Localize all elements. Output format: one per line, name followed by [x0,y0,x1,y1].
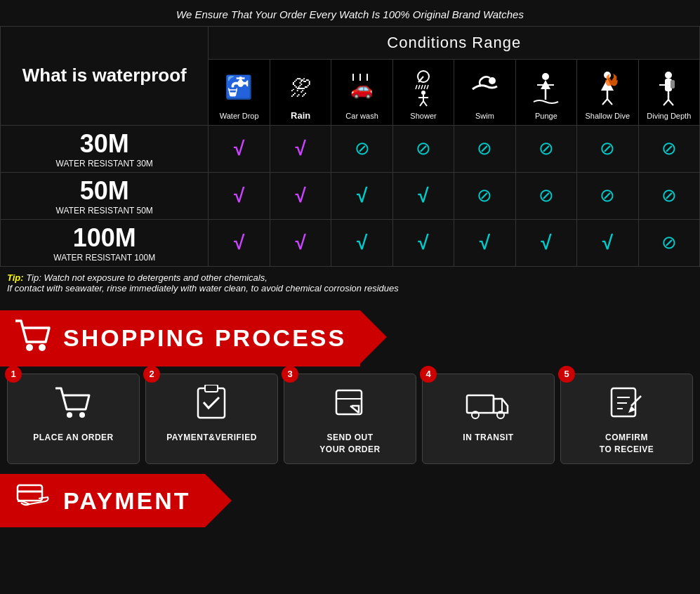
payment-red-part: PAYMENT [0,474,205,527]
row-50m-size: 50M [8,176,201,206]
cell-100m-diving-depth: ⊘ [638,219,699,266]
svg-rect-47 [336,390,362,414]
cell-50m-punge: ⊘ [515,172,576,219]
step-4-icon [428,385,548,426]
shopping-cart-icon [14,317,53,359]
col-swim: Swim [454,60,515,126]
shopping-banner: SHOPPING PROCESS [0,310,700,367]
step-3-number: 3 [282,366,298,383]
svg-rect-59 [18,485,42,501]
cell-50m-swim: ⊘ [454,172,515,219]
diving-depth-label: Diving Depth [642,111,696,121]
cell-30m-punge: ⊘ [515,125,576,172]
row-100m: 100M WATER RESISTANT 100M √ √ √ √ √ √ √ … [1,219,700,266]
svg-rect-36 [671,80,675,88]
payment-banner: PAYMENT [0,474,700,527]
shopping-arrow [360,310,387,364]
payment-arrow [205,474,232,527]
top-banner: We Ensure That Your Order Every Watch Is… [0,0,700,26]
col-shallow-dive: Shallow Dive [577,60,638,126]
step-1-label: PLACE AN ORDER [13,432,133,444]
row-30m: 30M WATER RESISTANT 30M √ √ ⊘ ⊘ ⊘ ⊘ ⊘ ⊘ [1,125,700,172]
shopping-red-part: SHOPPING PROCESS [0,310,360,367]
cell-50m-car-wash: √ [331,172,392,219]
step-5-label: COMFIRM TO RECEIVE [567,432,687,456]
cell-30m-swim: ⊘ [454,125,515,172]
svg-rect-50 [467,395,494,413]
step-4-card: 4 IN TRANSIT [422,374,555,465]
punge-icon [525,66,567,108]
svg-text:⛈: ⛈ [290,77,311,100]
what-is-waterproof-label: What is waterproof [1,27,209,126]
rain-icon: ⛈ [279,65,322,107]
cell-50m-rain: √ [270,172,331,219]
tip-text1: Tip: Watch not exposure to detergents an… [26,272,268,283]
cell-30m-water-drop: √ [209,125,270,172]
step-1-number: 1 [5,366,22,383]
step-5-number: 5 [558,366,575,383]
shower-label: Shower [396,111,451,121]
row-100m-desc: WATER RESISTANT 100M [8,253,201,263]
step-2-icon [152,385,272,426]
water-drop-label: Water Drop [211,111,266,121]
cell-100m-water-drop: √ [209,219,270,266]
payment-icon [14,482,53,520]
row-30m-label: 30M WATER RESISTANT 30M [1,125,209,172]
svg-point-41 [26,344,33,351]
step-2-number: 2 [143,366,160,383]
step-3-icon [290,385,410,426]
shallow-dive-icon [586,66,628,108]
col-rain: ⛈ Rain [270,60,331,126]
cell-100m-rain: √ [270,219,331,266]
row-30m-size: 30M [8,129,201,159]
car-wash-label: Car wash [334,111,389,121]
tip-text2: If contact with seawater, rinse immediat… [7,283,693,293]
row-100m-label: 100M WATER RESISTANT 100M [1,219,209,266]
svg-rect-22 [465,68,504,107]
svg-point-34 [665,72,672,79]
step-1-card: 1 PLACE AN ORDER [7,374,140,465]
cell-100m-car-wash: √ [331,219,392,266]
payment-banner-fill [232,474,700,527]
svg-point-44 [79,412,85,418]
tip-label: Tip: [7,272,24,283]
cell-50m-diving-depth: ⊘ [638,172,699,219]
step-2-card: 2 PAYMENT&VERIFIED [145,374,278,465]
col-car-wash: 🚗 Car wash [331,60,392,126]
shower-icon [402,66,444,108]
row-50m: 50M WATER RESISTANT 50M √ √ √ √ ⊘ ⊘ ⊘ ⊘ [1,172,700,219]
col-shower: Shower [392,60,454,126]
svg-line-49 [350,406,359,413]
step-5-card: 5 COMFIRM TO RECEIVE [560,374,693,465]
cell-50m-water-drop: √ [209,172,270,219]
col-diving-depth: Diving Depth [638,60,699,126]
swim-icon [463,66,506,108]
step-3-card: 3 SEND OUT YOUR ORDER [284,374,416,465]
cell-50m-shower: √ [392,172,454,219]
svg-point-25 [542,73,549,80]
conditions-header: Conditions Range [209,27,700,60]
step-4-number: 4 [420,366,437,383]
bottom-spacer [0,527,700,569]
col-water-drop: 🚰 Water Drop [209,60,270,126]
cell-100m-punge: √ [515,219,576,266]
tip-section: Tip: Tip: Watch not exposure to detergen… [0,267,700,302]
cell-100m-swim: √ [454,219,515,266]
row-50m-label: 50M WATER RESISTANT 50M [1,172,209,219]
step-5-icon [567,385,687,426]
rain-label: Rain [273,110,328,122]
step-4-label: IN TRANSIT [428,432,548,444]
cell-30m-car-wash: ⊘ [331,125,392,172]
svg-point-42 [39,344,46,351]
steps-section: 1 PLACE AN ORDER 2 PAYMENT&VERIFIED 3 [0,367,700,472]
waterproof-section: What is waterproof Conditions Range 🚰 [0,26,700,309]
punge-label: Punge [519,111,574,121]
svg-text:🚰: 🚰 [225,74,253,100]
payment-title: PAYMENT [63,487,191,515]
diving-depth-icon [648,66,690,108]
svg-rect-45 [198,388,225,418]
swim-label: Swim [457,111,512,121]
cell-30m-shower: ⊘ [392,125,454,172]
step-2-label: PAYMENT&VERIFIED [152,432,272,444]
row-30m-desc: WATER RESISTANT 30M [8,159,201,169]
